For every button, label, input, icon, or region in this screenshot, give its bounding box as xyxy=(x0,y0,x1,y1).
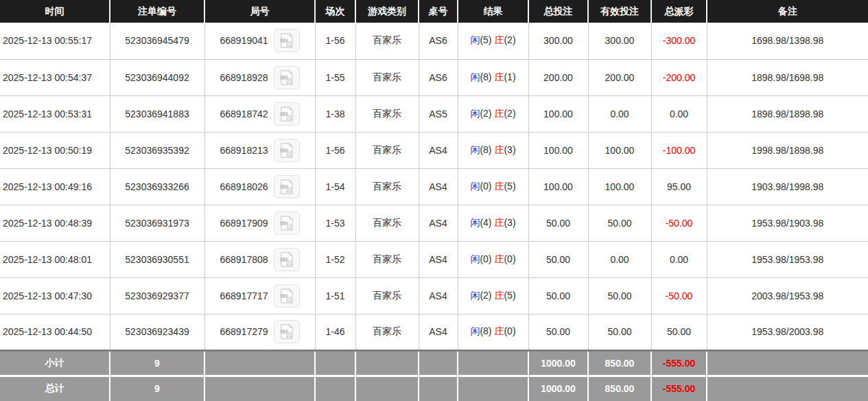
player-label: 闲 xyxy=(470,181,480,192)
round-number-cell: 668918213 xyxy=(204,132,315,168)
table-number-cell: AS6 xyxy=(419,23,458,59)
player-label: 闲 xyxy=(470,253,480,264)
video-file-icon xyxy=(278,179,296,195)
valid-bet-cell: 0.00 xyxy=(588,95,651,132)
banker-label: 庄 xyxy=(494,253,504,264)
video-replay-button[interactable] xyxy=(274,66,300,89)
header-table-number: 桌号 xyxy=(419,0,458,23)
valid-bet-cell: 0.00 xyxy=(588,241,651,277)
player-label: 闲 xyxy=(470,217,480,228)
banker-score: (2) xyxy=(504,108,515,119)
video-replay-button[interactable] xyxy=(274,139,300,162)
time-cell: 2025-12-13 00:44:50 xyxy=(0,314,110,350)
session-cell: 1-55 xyxy=(315,59,355,95)
total-bet-cell: 100.00 xyxy=(528,132,588,168)
round-number: 668918026 xyxy=(220,181,268,192)
player-score: (0) xyxy=(480,181,491,192)
session-cell: 1-56 xyxy=(315,23,355,59)
remark-cell: 1903.98/1998.98 xyxy=(707,168,868,205)
payout-cell: 0.00 xyxy=(651,241,707,277)
remark-cell: 1953.98/1903.98 xyxy=(707,205,868,241)
table-row: 2025-12-13 00:44:50 523036923439 6689172… xyxy=(0,314,868,350)
payout-cell: 0.00 xyxy=(651,95,707,132)
grandtotal-valid-bet: 850.00 xyxy=(588,376,651,401)
remark-cell: 2003.98/1953.98 xyxy=(707,277,868,314)
table-number-cell: AS4 xyxy=(419,277,458,314)
banker-score: (5) xyxy=(504,181,515,192)
video-replay-button[interactable] xyxy=(274,284,300,308)
round-number: 668917717 xyxy=(220,290,268,301)
header-payout: 总派彩 xyxy=(651,0,707,23)
video-replay-button[interactable] xyxy=(274,102,300,126)
subtotal-count: 9 xyxy=(110,350,204,376)
payout-cell: -50.00 xyxy=(651,277,707,314)
table-row: 2025-12-13 00:48:39 523036931973 6689179… xyxy=(0,205,868,241)
result-cell: 闲(5) 庄(2) xyxy=(458,23,528,59)
round-number-cell: 668918742 xyxy=(204,95,315,132)
valid-bet-cell: 200.00 xyxy=(588,59,651,95)
session-cell: 1-53 xyxy=(315,205,355,241)
table-row: 2025-12-13 00:49:16 523036933266 6689180… xyxy=(0,168,868,205)
video-replay-button[interactable] xyxy=(274,320,300,343)
result-cell: 闲(2) 庄(5) xyxy=(458,277,528,314)
round-number-cell: 668917717 xyxy=(204,277,315,314)
game-type-cell: 百家乐 xyxy=(355,132,419,168)
payout-cell: -200.00 xyxy=(651,59,707,95)
bet-number-cell: 523036931973 xyxy=(110,205,204,241)
result-cell: 闲(8) 庄(1) xyxy=(458,59,528,95)
player-score: (0) xyxy=(480,253,491,264)
table-number-cell: AS4 xyxy=(419,205,458,241)
player-score: (8) xyxy=(480,144,491,155)
bet-number-cell: 523036923439 xyxy=(110,314,204,350)
session-cell: 1-54 xyxy=(315,168,355,205)
header-session: 场次 xyxy=(315,0,355,23)
table-row: 2025-12-13 00:47:30 523036929377 6689177… xyxy=(0,277,868,314)
table-number-cell: AS6 xyxy=(419,59,458,95)
game-type-cell: 百家乐 xyxy=(355,168,419,205)
remark-cell: 1998.98/1898.98 xyxy=(707,132,868,168)
player-score: (2) xyxy=(480,290,491,301)
game-type-cell: 百家乐 xyxy=(355,59,419,95)
banker-score: (0) xyxy=(504,325,515,336)
header-bet-number: 注单编号 xyxy=(110,0,204,23)
bet-number-cell: 523036941883 xyxy=(110,95,204,132)
video-replay-button[interactable] xyxy=(274,175,300,198)
result-cell: 闲(0) 庄(0) xyxy=(458,241,528,277)
bet-number-cell: 523036933266 xyxy=(110,168,204,205)
total-bet-cell: 50.00 xyxy=(528,314,588,350)
player-label: 闲 xyxy=(470,144,480,155)
time-cell: 2025-12-13 00:53:31 xyxy=(0,95,110,132)
video-replay-button[interactable] xyxy=(274,29,300,52)
game-type-cell: 百家乐 xyxy=(355,95,419,132)
banker-label: 庄 xyxy=(494,144,504,155)
header-total-bet: 总投注 xyxy=(528,0,588,23)
table-row: 2025-12-13 00:55:17 523036945479 6689190… xyxy=(0,23,868,59)
banker-score: (1) xyxy=(504,71,515,82)
player-score: (2) xyxy=(480,108,491,119)
banker-score: (0) xyxy=(504,253,515,264)
player-label: 闲 xyxy=(470,290,480,301)
game-type-cell: 百家乐 xyxy=(355,241,419,277)
header-remark: 备注 xyxy=(707,0,868,23)
banker-label: 庄 xyxy=(494,217,504,228)
round-number: 668919041 xyxy=(220,35,268,46)
remark-cell: 1953.98/1953.98 xyxy=(707,241,868,277)
video-replay-button[interactable] xyxy=(274,211,300,235)
valid-bet-cell: 300.00 xyxy=(588,23,651,59)
table-number-cell: AS4 xyxy=(419,241,458,277)
total-bet-cell: 100.00 xyxy=(528,95,588,132)
round-number: 668918742 xyxy=(220,108,268,119)
video-replay-button[interactable] xyxy=(274,248,300,271)
banker-score: (3) xyxy=(504,217,515,228)
round-number-cell: 668918026 xyxy=(204,168,315,205)
grandtotal-payout: -555.00 xyxy=(651,376,707,401)
subtotal-label: 小计 xyxy=(0,350,110,376)
subtotal-row: 小计 9 1000.00 850.00 -555.00 xyxy=(0,350,868,376)
round-number: 668918928 xyxy=(220,72,268,83)
bet-number-cell: 523036935392 xyxy=(110,132,204,168)
banker-label: 庄 xyxy=(494,71,504,82)
payout-cell: -100.00 xyxy=(651,132,707,168)
bet-records-table: 时间 注单编号 局号 场次 游戏类别 桌号 结果 总投注 有效投注 总派彩 备注… xyxy=(0,0,868,401)
header-result: 结果 xyxy=(458,0,528,23)
game-type-cell: 百家乐 xyxy=(355,23,419,59)
